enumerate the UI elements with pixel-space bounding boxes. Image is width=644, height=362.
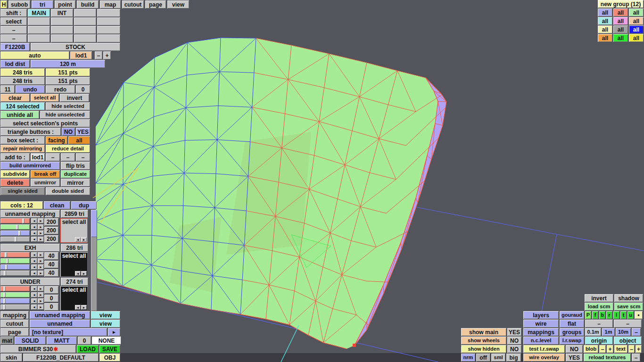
single-sided-button[interactable]: single sided [0,187,45,195]
select-selections-points-button[interactable]: select selection's points [0,119,90,127]
text-minus[interactable]: – [628,345,635,353]
color-slider[interactable] [0,218,30,223]
mirror-button[interactable]: mirror [61,179,90,187]
slider-thumb[interactable] [6,258,8,263]
slider-inc-button[interactable]: ► [38,218,44,223]
slider-inc-button[interactable]: ► [38,230,44,236]
color-value[interactable]: 200 [44,227,58,234]
subobj-empty[interactable] [97,26,120,34]
cutout-name[interactable]: unnamed [30,320,90,328]
hide-unselected-button[interactable]: hide unselected [40,111,90,119]
box-select-all[interactable]: all [68,136,90,144]
subobj-empty[interactable] [97,34,120,42]
tab-subob[interactable]: subob [8,0,30,8]
nrm-button[interactable]: nrm [461,354,475,362]
clear-button[interactable]: clear [0,94,30,102]
dash-button[interactable]: – [0,26,27,34]
subobj-empty[interactable] [28,26,50,34]
layer-toggle-t[interactable]: t [620,311,627,319]
slider-thumb[interactable] [3,298,6,304]
car-name[interactable]: BIMMER S30✱ [0,345,76,353]
dash-button[interactable]: – [585,320,613,328]
mapping-name[interactable]: unnamed mapping [30,311,90,319]
groups-button[interactable]: groups [560,328,584,336]
slider-thumb[interactable] [3,304,6,310]
slider-thumb[interactable] [3,292,6,297]
blob-minus[interactable]: – [599,345,606,353]
skin-name[interactable]: F1220B_DEFAULT [23,354,99,362]
group-all-button[interactable]: all [629,17,644,25]
slider-dec-button[interactable]: ◄ [31,224,37,230]
model-name[interactable]: F1220B [0,43,30,51]
color-slider[interactable] [0,304,30,310]
slider-inc-button[interactable]: ► [38,224,44,230]
build-unmirrored-button[interactable]: build unmirrored [0,162,60,170]
group-all-button[interactable]: all [613,34,628,42]
text-button[interactable]: text [614,345,627,353]
pts-count-total[interactable]: 151 pts [46,77,90,85]
slider-thumb[interactable] [15,237,17,242]
section-prev-button[interactable]: ◄ [75,271,81,276]
reload-textures-button[interactable]: reload textures [584,354,631,362]
color-slider[interactable] [0,292,30,297]
mapping-section-name[interactable]: UNDER [0,278,60,286]
slider-dec-button[interactable]: ◄ [31,292,37,297]
lod-dist-value[interactable]: 120 m [31,60,105,68]
subobj-main[interactable]: MAIN [28,9,50,17]
slider-thumb[interactable] [18,230,21,236]
mapping-section-name[interactable]: unnamed mapping [0,210,60,218]
tab-point[interactable]: point [55,0,75,8]
color-value[interactable]: 0 [44,286,58,294]
wire-overlay-yes[interactable]: YES [566,354,583,362]
color-value[interactable]: 200 [44,218,58,226]
object-button[interactable]: object [614,337,642,345]
config-stock[interactable]: STOCK [31,43,120,51]
subdivide-button[interactable]: subdivide [0,170,30,178]
undo-button[interactable]: undo [16,85,45,93]
group-all-button[interactable]: all [598,25,612,33]
load-scm-button[interactable]: load scm [585,303,613,311]
group-all-button[interactable]: all [629,34,644,42]
mat-matt[interactable]: MATT [47,337,77,345]
grid-01m-button[interactable]: 0.1m [585,328,601,336]
wire-button[interactable]: wire [523,320,559,328]
slider-inc-button[interactable]: ► [38,264,44,270]
select-all-button[interactable]: select all [31,94,59,102]
subobj-empty[interactable] [51,26,73,34]
mat-solid[interactable]: SOLID [15,337,46,345]
color-slider[interactable] [0,286,30,291]
tab-view[interactable]: view [167,0,189,8]
delete-button[interactable]: delete [0,179,30,187]
color-slider[interactable] [0,230,30,236]
subobj-empty[interactable] [74,34,96,42]
subobj-empty[interactable] [97,17,120,25]
section-prev-button[interactable]: ◄ [75,305,81,310]
show-wheels-no[interactable]: NO [507,337,521,345]
mapping-scrollbar-thumb[interactable] [91,210,97,237]
mat-none[interactable]: NONE [92,337,121,345]
section-select-all[interactable]: select all◄► [60,252,88,277]
page-texture[interactable]: [no texture] [30,328,107,336]
section-next-button[interactable]: ► [81,237,87,242]
subobj-empty[interactable] [28,17,50,25]
subobj-empty[interactable] [28,34,50,42]
flip-tris-button[interactable]: flip tris [61,162,90,170]
blob-button[interactable]: blob [584,345,598,353]
lod-current[interactable]: lod1 [70,51,92,59]
group-all-button[interactable]: all [613,25,628,33]
slider-inc-button[interactable]: ► [38,304,44,310]
color-slider[interactable] [0,224,30,230]
subobj-empty[interactable] [74,9,96,17]
slider-thumb[interactable] [5,264,8,270]
layer-dot-button[interactable]: ● [635,311,643,319]
slider-inc-button[interactable]: ► [38,252,44,257]
add-to-slot[interactable]: – [46,153,60,161]
mapping-section-tricount[interactable]: 274 tri [61,278,88,286]
page-next-button[interactable]: ► [108,328,120,336]
pts-count[interactable]: 151 pts [46,68,90,76]
grid-dash-button[interactable]: – [632,328,641,336]
triangle-buttons-yes[interactable]: YES [76,128,90,136]
group-all-button[interactable]: all [613,17,628,25]
cutout-view-button[interactable]: view [91,320,120,328]
add-to-lod1[interactable]: lod1 [31,153,45,161]
